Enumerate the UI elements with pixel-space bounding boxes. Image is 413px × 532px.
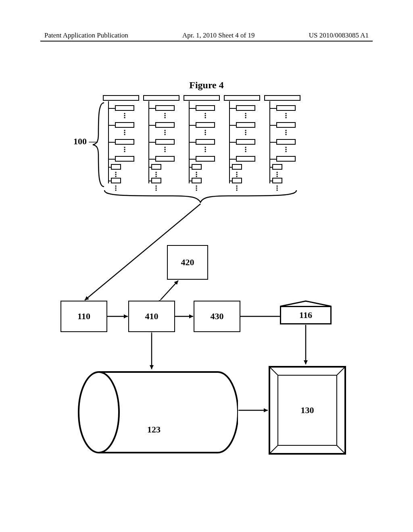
tree-child-box — [236, 156, 255, 162]
tree-branch — [108, 108, 115, 109]
tree-child-box — [196, 156, 215, 162]
tree-child-box — [115, 122, 134, 128]
vertical-ellipsis-icon: ••• — [285, 113, 287, 119]
ref-420-text: 420 — [181, 257, 194, 268]
tree-branch — [269, 142, 277, 143]
tree-child-box — [276, 156, 296, 162]
tree-branch — [269, 167, 272, 168]
block-110: 110 — [60, 301, 107, 332]
tree-leaf-box — [111, 178, 121, 183]
ref-410-text: 410 — [145, 311, 159, 322]
vertical-ellipsis-icon: ••• — [276, 172, 278, 178]
svg-line-3 — [161, 281, 178, 300]
tree-child-box — [196, 139, 215, 145]
tree-leaf-box — [192, 164, 202, 170]
vertical-ellipsis-icon: ••• — [285, 147, 287, 153]
header-rule — [40, 41, 373, 42]
tree-branch — [108, 125, 115, 126]
tree-branch — [229, 167, 232, 168]
tree-branch — [229, 142, 236, 143]
tree-child-box — [236, 122, 255, 128]
vertical-ellipsis-icon: ••• — [155, 172, 157, 178]
tree-root-box — [143, 95, 179, 101]
tree-branch — [189, 108, 196, 109]
tree-branch — [229, 108, 236, 109]
tree-branch — [229, 181, 232, 181]
tree-child-box — [276, 139, 296, 145]
vertical-ellipsis-icon: ••• — [196, 172, 197, 178]
tree-branch — [148, 181, 151, 181]
vertical-ellipsis-icon: ••• — [245, 113, 246, 119]
vertical-ellipsis-icon: ••• — [196, 185, 197, 191]
tree-child-box — [155, 139, 175, 145]
vertical-ellipsis-icon: ••• — [204, 147, 206, 153]
tree-branch — [148, 108, 156, 109]
tree-leaf-box — [192, 178, 202, 183]
tree-child-box — [155, 105, 175, 111]
tree-child-box — [276, 105, 296, 111]
block-420: 420 — [167, 245, 208, 280]
tree-child-box — [236, 139, 255, 145]
tree-root-box — [264, 95, 300, 101]
vertical-ellipsis-icon: ••• — [204, 130, 206, 136]
tree-branch — [269, 159, 277, 160]
tree-child-box — [196, 122, 215, 128]
tree-leaf-box — [272, 164, 282, 170]
cylinder-123-icon — [77, 370, 238, 455]
tree-leaf-box — [232, 178, 242, 183]
svg-line-10 — [336, 367, 345, 376]
vertical-ellipsis-icon: ••• — [164, 147, 166, 153]
envelope-116: 116 — [280, 300, 332, 324]
tree-branch — [229, 125, 236, 126]
vertical-ellipsis-icon: ••• — [164, 130, 166, 136]
svg-line-12 — [336, 445, 345, 454]
tree-branch — [189, 167, 192, 168]
tree-leaf-box — [151, 164, 161, 170]
tree-branch — [108, 142, 115, 143]
tree-branch — [189, 159, 196, 160]
block-430: 430 — [194, 301, 240, 332]
tree-branch — [189, 181, 192, 181]
ref-116-text: 116 — [299, 310, 312, 320]
tree-child-box — [196, 105, 215, 111]
header-us-number: US 2010/0083085 A1 — [309, 31, 369, 39]
tree-child-box — [236, 105, 255, 111]
tree-branch — [189, 142, 196, 143]
svg-line-9 — [269, 367, 278, 376]
svg-point-8 — [79, 372, 119, 453]
vertical-ellipsis-icon: ••• — [164, 113, 166, 119]
tree-child-box — [155, 156, 175, 162]
vertical-ellipsis-icon: ••• — [276, 185, 278, 191]
tree-branch — [148, 167, 151, 168]
tree-branch — [269, 181, 272, 181]
tree-leaf-box — [272, 178, 282, 183]
tree-branch — [229, 159, 236, 160]
tree-cluster-100: ••• ••• ••• ••• ••• ••• ••• — [103, 94, 305, 199]
tree-root-box — [103, 95, 139, 101]
vertical-ellipsis-icon: ••• — [124, 147, 125, 153]
vertical-ellipsis-icon: ••• — [115, 185, 117, 191]
ref-110-text: 110 — [77, 311, 90, 322]
vertical-ellipsis-icon: ••• — [245, 147, 246, 153]
tree-leaf-box — [232, 164, 242, 170]
tree-branch — [148, 159, 156, 160]
vertical-ellipsis-icon: ••• — [285, 130, 287, 136]
tree-branch — [108, 159, 115, 160]
envelope-body: 116 — [280, 306, 332, 324]
frame-130: 130 — [269, 366, 346, 455]
tree-branch — [269, 108, 277, 109]
tree-child-box — [115, 105, 134, 111]
vertical-ellipsis-icon: ••• — [204, 113, 206, 119]
block-410: 410 — [128, 301, 175, 332]
vertical-ellipsis-icon: ••• — [245, 130, 246, 136]
ref-130-text: 130 — [301, 405, 314, 416]
vertical-ellipsis-icon: ••• — [236, 185, 238, 191]
vertical-ellipsis-icon: ••• — [155, 185, 157, 191]
tree-child-box — [115, 156, 134, 162]
ref-430-text: 430 — [211, 311, 224, 322]
diagram-stage: 100 — ••• ••• ••• ••• — [44, 80, 367, 479]
vertical-ellipsis-icon: ••• — [236, 172, 238, 178]
vertical-ellipsis-icon: ••• — [115, 172, 117, 178]
tree-leaf-box — [151, 178, 161, 183]
tree-child-box — [276, 122, 296, 128]
